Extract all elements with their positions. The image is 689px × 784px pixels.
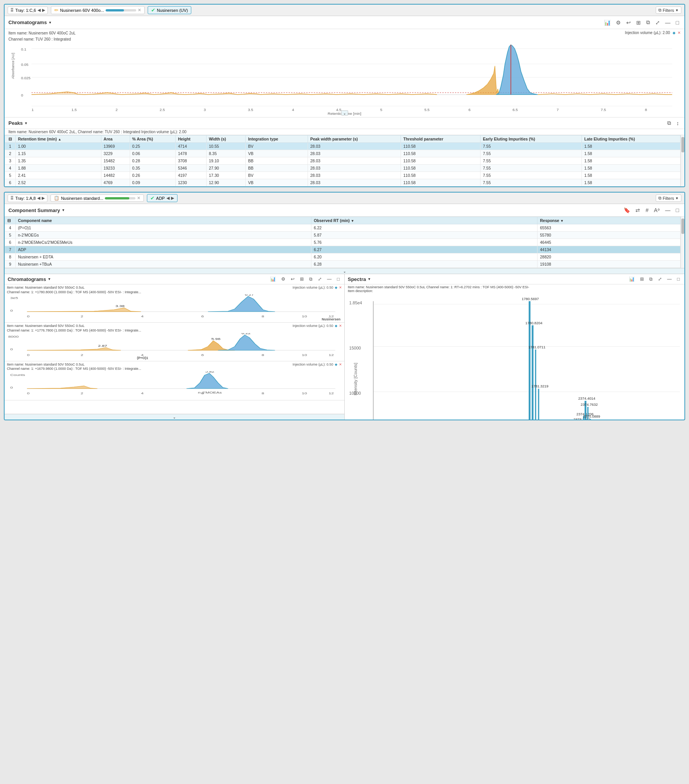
share-icon-2[interactable]: ⇄ xyxy=(634,206,641,214)
table-row[interactable]: 6 2.52 4769 0.09 1230 12.90 VB 28.03 110… xyxy=(5,179,681,186)
cell-area: 14482 xyxy=(101,172,130,179)
settings-icon-1[interactable]: ⚙ xyxy=(614,19,622,26)
tray-label-1[interactable]: ⠿ Tray: 1:C,6 ◀ ▶ xyxy=(8,7,48,14)
th-area-1[interactable]: Area xyxy=(101,135,130,143)
list-item[interactable]: 9 Nusinersen +TBuA 6.28 19108 xyxy=(5,261,681,268)
nav-next-2[interactable]: ▶ xyxy=(42,196,45,201)
grid-view-icon-1[interactable]: ⊞ xyxy=(635,19,642,26)
maximize-icon-2[interactable]: □ xyxy=(674,206,681,214)
expand-chart-btn-1[interactable]: ⌄ xyxy=(341,110,348,115)
bar-chart-icon-2[interactable]: 📊 xyxy=(268,276,277,283)
component-table-main-2: ⊟ Component name Observed RT (min) ▼ Res… xyxy=(5,217,681,268)
expand-icon-chrom-2[interactable]: ⤢ xyxy=(316,276,323,283)
minimize-icon-1[interactable]: — xyxy=(664,19,672,26)
bar-chart-spectra[interactable]: 📊 xyxy=(627,276,636,283)
expand-chrom2-btn[interactable]: ⌄ xyxy=(5,414,344,420)
spectra-dropdown-2[interactable]: ▼ xyxy=(368,277,371,281)
table-row[interactable]: 2 1.15 3229 0.06 1478 8.35 VB 28.03 110.… xyxy=(5,150,681,157)
mc1-close[interactable]: ✕ xyxy=(339,286,342,290)
sort-icon-peaks-1[interactable]: ↕ xyxy=(675,119,681,127)
peaks-dropdown-1[interactable]: ▼ xyxy=(25,121,28,125)
peaks-scroll-thumb-1[interactable] xyxy=(681,137,684,152)
bar-chart-icon-1[interactable]: 📊 xyxy=(603,19,612,26)
chromatograms-dropdown-1[interactable]: ▼ xyxy=(48,21,52,25)
progress-bar-1 xyxy=(105,9,136,12)
list-item[interactable]: 4 (P=O)1 6.22 65563 xyxy=(5,224,681,232)
expand-spectra[interactable]: ⤢ xyxy=(656,276,663,283)
minimize-icon-2[interactable]: — xyxy=(664,206,672,214)
th-lei-1[interactable]: Late Eluting Impurities (%) xyxy=(582,135,681,143)
component-scrollbar-2[interactable] xyxy=(681,217,684,268)
filters-btn-1[interactable]: ⧉ Filters ▼ xyxy=(656,7,681,14)
max-icon-chrom-2[interactable]: □ xyxy=(335,276,341,283)
th-comp-resp-2[interactable]: Response ▼ xyxy=(538,217,681,224)
svg-text:8: 8 xyxy=(261,315,264,318)
mc3-edit[interactable]: ◆ xyxy=(335,362,337,366)
max-spectra[interactable]: □ xyxy=(676,276,681,283)
svg-text:7: 7 xyxy=(557,107,559,111)
table-row[interactable]: 1 1.00 13969 0.25 4714 10.55 BV 28.03 11… xyxy=(5,143,681,150)
filter-icon-peaks-1[interactable]: ⧉ xyxy=(666,119,673,127)
mc1-edit[interactable]: ◆ xyxy=(335,286,337,290)
tab1-close-2[interactable]: ✕ xyxy=(137,196,140,201)
settings-icon-2[interactable]: ⚙ xyxy=(280,276,287,283)
th-width-1[interactable]: Width (s) xyxy=(207,135,246,143)
overlay-icon-1[interactable]: ⧉ xyxy=(645,18,651,26)
tray-label-2[interactable]: ⠿ Tray: 1:A,8 ◀ ▶ xyxy=(8,194,48,202)
grid-icon-chrom-2[interactable]: ⊞ xyxy=(298,276,305,283)
list-item[interactable]: 7 ADP 6.27 44134 xyxy=(5,246,681,254)
tab2-panel1[interactable]: ✔ Nusinersen (UV) xyxy=(148,6,191,14)
mc2-edit[interactable]: ◆ xyxy=(335,324,337,328)
svg-text:2: 2 xyxy=(115,107,117,111)
undo-icon-1[interactable]: ↩ xyxy=(625,19,632,26)
svg-text:Counts: Counts xyxy=(10,374,25,377)
hash-icon-2[interactable]: # xyxy=(644,206,650,214)
maximize-icon-1[interactable]: □ xyxy=(674,19,681,26)
component-scroll-thumb-2[interactable] xyxy=(681,219,684,234)
filters-label-2: Filters xyxy=(663,196,674,201)
tab2-panel2[interactable]: ✔ ADP ◀ ▶ xyxy=(147,194,178,202)
undo-icon-2[interactable]: ↩ xyxy=(289,276,296,283)
list-item[interactable]: 8 Nusinersen + EDTA 6.20 28820 xyxy=(5,254,681,261)
grid-spectra[interactable]: ⊞ xyxy=(638,276,645,283)
tab1-panel1[interactable]: ✏ Nusinersen 60V 400o... ✕ xyxy=(51,6,145,14)
table-row[interactable]: 4 1.88 19233 0.35 5346 27.90 BB 28.03 11… xyxy=(5,165,681,172)
th-pct-area-1[interactable]: % Area (%) xyxy=(130,135,176,143)
bookmark-icon-2[interactable]: 🔖 xyxy=(622,206,631,214)
inj-vol-edit-1[interactable]: ◆ xyxy=(673,31,676,35)
nav-prev-2b[interactable]: ◀ xyxy=(166,196,169,201)
th-int-type-1[interactable]: Integration type xyxy=(246,135,308,143)
peaks-scrollbar-1[interactable] xyxy=(681,135,684,186)
inj-vol-close-1[interactable]: ✕ xyxy=(677,31,681,35)
th-pwp-1[interactable]: Peak width parameter (s) xyxy=(308,135,401,143)
overlay-spectra[interactable]: ⧉ xyxy=(648,276,654,283)
filters-btn-2[interactable]: ⧉ Filters ▼ xyxy=(656,194,681,202)
table-row[interactable]: 5 2.41 14482 0.26 4197 17.30 BV 28.03 11… xyxy=(5,172,681,179)
overlay-icon-chrom-2[interactable]: ⧉ xyxy=(308,276,314,283)
nav-prev-1[interactable]: ◀ xyxy=(38,8,41,13)
th-height-1[interactable]: Height xyxy=(176,135,207,143)
tab1-panel2[interactable]: 📋 Nusinersen standard... ✕ xyxy=(51,194,144,202)
nav-next-2b[interactable]: ▶ xyxy=(171,196,174,201)
list-item[interactable]: 6 n-2'MOE5MeCs/2'MOE5MeUs 5.76 46445 xyxy=(5,239,681,246)
min-spectra[interactable]: — xyxy=(666,276,673,283)
mc2-close[interactable]: ✕ xyxy=(339,324,342,328)
mc3-close[interactable]: ✕ xyxy=(339,362,342,366)
chrom-dropdown-2[interactable]: ▼ xyxy=(48,277,51,281)
expand-icon-1[interactable]: ⤢ xyxy=(654,19,661,26)
svg-text:6: 6 xyxy=(201,315,204,318)
expand-component-btn-2[interactable]: ⌄ xyxy=(5,268,684,274)
table-row[interactable]: 3 1.35 15482 0.28 3708 19.10 BB 28.03 11… xyxy=(5,157,681,165)
th-comp-name-2[interactable]: Component name xyxy=(16,217,311,224)
list-item[interactable]: 5 n-2'MOEGs 5.87 55780 xyxy=(5,232,681,239)
calib-icon-2[interactable]: Aᵒ xyxy=(652,206,661,214)
tab1-close-1[interactable]: ✕ xyxy=(138,8,141,13)
component-dropdown-2[interactable]: ▼ xyxy=(62,208,65,212)
th-comp-rt-2[interactable]: Observed RT (min) ▼ xyxy=(311,217,538,224)
nav-next-1[interactable]: ▶ xyxy=(42,8,45,13)
min-icon-chrom-2[interactable]: — xyxy=(326,276,333,283)
th-tp-1[interactable]: Threshold parameter xyxy=(401,135,480,143)
nav-prev-2[interactable]: ◀ xyxy=(37,196,40,201)
th-eei-1[interactable]: Early Eluting Impurities (%) xyxy=(480,135,582,143)
th-rt-1[interactable]: Retention time (min) ▲ xyxy=(16,135,101,143)
